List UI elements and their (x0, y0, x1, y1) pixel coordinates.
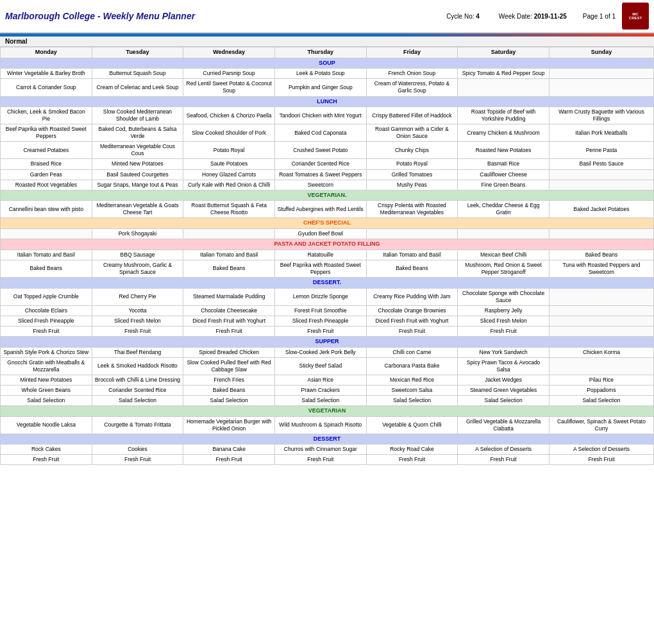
table-cell: Seafood, Chicken & Chorizo Paella (183, 107, 275, 124)
table-cell: Leek, Cheddar Cheese & Egg Gratin (458, 201, 549, 218)
table-cell: Fresh Fruit (1, 455, 92, 465)
table-cell: Yocotta (92, 305, 183, 316)
table-cell: Oat Topped Apple Crumble (1, 288, 92, 305)
table-row: Fresh FruitFresh FruitFresh FruitFresh F… (1, 326, 654, 336)
table-cell: Salad Selection (1, 395, 92, 405)
table-cell: Fresh Fruit (366, 455, 458, 465)
table-cell: Sliced Fresh Melon (458, 316, 549, 326)
table-cell: Diced Fresh Fruit with Yoghurt (366, 316, 458, 326)
table-cell: French Onion Soup (366, 69, 458, 79)
table-cell (366, 229, 458, 239)
table-cell (549, 169, 653, 180)
table-cell: Baked Beans (366, 260, 458, 277)
table-cell: Butternut Squash Soup (92, 69, 183, 79)
table-cell: Baked Beans (183, 260, 275, 277)
table-row: Carrot & Coriander SoupCream of Celeriac… (1, 79, 654, 96)
table-cell: Pumpkin and Ginger Soup (274, 79, 366, 96)
table-cell: Chocolate Orange Brownies (366, 305, 458, 316)
table-cell: Fresh Fruit (274, 326, 366, 336)
table-cell: Chicken, Leek & Smoked Bacon Pie (1, 107, 92, 124)
table-cell: Potato Royal (366, 159, 458, 169)
header-cycle: Cycle No: 4 (446, 13, 480, 20)
table-cell: Mexican Beef Chilli (458, 250, 549, 260)
table-cell: Gnocchi Gratin with Meatballs & Mozzarel… (1, 357, 92, 375)
table-cell: Creamy Chicken & Mushroom (458, 124, 549, 142)
table-cell: Cream of Watercress, Potato & Garlic Sou… (366, 79, 458, 96)
table-cell: Basmati Rice (458, 159, 549, 169)
table-cell: Thai Beef Rendang (92, 347, 183, 357)
table-cell: Roasted Root Vegetables (1, 180, 92, 190)
table-cell: Asian Rice (274, 375, 366, 385)
section-header-soup: SOUP (1, 58, 654, 69)
menu-table: Monday Tuesday Wednesday Thursday Friday… (0, 47, 654, 465)
table-cell: Fresh Fruit (366, 326, 458, 336)
table-row: Beef Paprika with Roasted Sweet PeppersB… (1, 124, 654, 142)
table-cell: Churros with Cinnamon Sugar (274, 445, 366, 455)
section-header-chef-s-special: CHEF'S SPECIAL (1, 218, 654, 229)
header-logo: MCCREST (622, 3, 649, 30)
table-cell: Italian Tomato and Basil (1, 250, 92, 260)
header-page: Page 1 of 1 (583, 13, 616, 20)
table-row: Gnocchi Gratin with Meatballs & Mozzarel… (1, 357, 654, 375)
table-row: Italian Tomato and BasilBBQ SausageItali… (1, 250, 654, 260)
table-cell: Winter Vegetable & Barley Broth (1, 69, 92, 79)
table-cell: Broccoli with Chilli & Lime Dressing (92, 375, 183, 385)
table-cell: Roast Tomatoes & Sweet Peppers (274, 169, 366, 180)
table-cell: Basil Pesto Sauce (549, 159, 653, 169)
table-cell: Garden Peas (1, 169, 92, 180)
table-cell: Fresh Fruit (458, 326, 549, 336)
section-header-dessert: DESSERT (1, 434, 654, 445)
table-row: Rock CakesCookiesBanana CakeChurros with… (1, 445, 654, 455)
table-cell: Creamed Potatoes (1, 142, 92, 159)
table-cell: Crushed Sweet Potato (274, 142, 366, 159)
table-row: Salad SelectionSalad SelectionSalad Sele… (1, 395, 654, 405)
table-cell: Fresh Fruit (92, 455, 183, 465)
table-cell: Roast Topside of Beef with Yorkshire Pud… (458, 107, 549, 124)
table-cell: Sweetcorn (274, 180, 366, 190)
table-cell: BBQ Sausage (92, 250, 183, 260)
table-cell: Basil Sauteed Courgettes (92, 169, 183, 180)
table-cell: Cookies (92, 445, 183, 455)
table-cell: Fresh Fruit (183, 326, 275, 336)
section-header-lunch: LUNCH (1, 96, 654, 107)
table-row: Vegetable Noodle LaksaCourgette & Tomato… (1, 416, 654, 434)
table-cell (458, 229, 549, 239)
col-saturday: Saturday (458, 47, 549, 58)
table-cell: Chilli con Carne (366, 347, 458, 357)
table-cell: Grilled Tomatoes (366, 169, 458, 180)
table-cell: Cannellini bean stew with pisto (1, 201, 92, 218)
table-row: Fresh FruitFresh FruitFresh FruitFresh F… (1, 455, 654, 465)
table-cell: Penne Pasta (549, 142, 653, 159)
table-cell (183, 229, 275, 239)
table-cell: Banana Cake (183, 445, 275, 455)
section-header-pasta-and-jacket-potato-filling: PASTA AND JACKET POTATO FILLING (1, 239, 654, 250)
section-header-supper: SUPPER (1, 336, 654, 347)
table-cell: Sliced Fresh Pineapple (1, 316, 92, 326)
table-cell: Homemade Vegetarian Burger with Pickled … (183, 416, 275, 434)
table-cell: Carbonara Pasta Bake (366, 357, 458, 375)
table-cell: Prawn Crackers (274, 385, 366, 395)
table-cell: Forest Fruit Smoothie (274, 305, 366, 316)
table-cell (549, 69, 653, 79)
table-cell: Fresh Fruit (274, 455, 366, 465)
table-row: Creamed PotatoesMediterranean Vegetable … (1, 142, 654, 159)
table-cell: Salad Selection (183, 395, 275, 405)
table-cell: Crispy Polenta with Roasted Mediterranea… (366, 201, 458, 218)
table-cell: Jacket Wedges (458, 375, 549, 385)
table-cell: Tandoori Chicken with Mint Yogurt (274, 107, 366, 124)
table-cell: Fresh Fruit (458, 455, 549, 465)
table-cell: Honey Glazed Carrots (183, 169, 275, 180)
col-monday: Monday (1, 47, 92, 58)
table-cell: Crispy Battered Fillet of Haddock (366, 107, 458, 124)
table-cell: Potato Royal (183, 142, 275, 159)
table-cell (549, 180, 653, 190)
table-cell (549, 229, 653, 239)
table-cell: Tuna with Roasted Peppers and Sweetcorn (549, 260, 653, 277)
table-cell: French Fries (183, 375, 275, 385)
table-cell: Slow Cooked Shoulder of Pork (183, 124, 275, 142)
table-cell: Coriander Scented Rice (92, 385, 183, 395)
table-cell: Steamed Green Vegetables (458, 385, 549, 395)
table-cell: Spicy Prawn Tacos & Avocado Salsa (458, 357, 549, 375)
table-row: Pork ShogayakiGyudon Beef Bowl (1, 229, 654, 239)
table-cell: Vegetable & Quorn Chilli (366, 416, 458, 434)
